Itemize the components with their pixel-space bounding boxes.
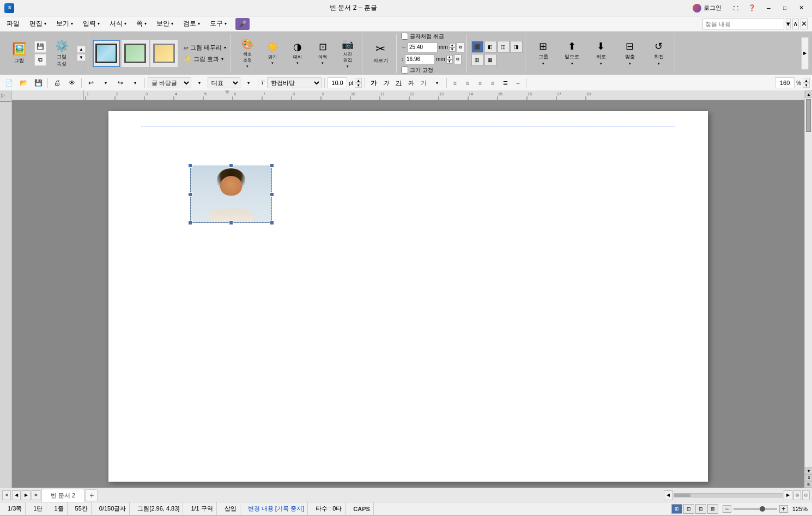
bold-button[interactable]: 가 bbox=[368, 78, 379, 88]
handle-bottom-right[interactable] bbox=[270, 221, 274, 225]
height-up-button[interactable]: ▲ bbox=[446, 55, 453, 59]
copy-small-button[interactable]: ⧉ bbox=[34, 54, 46, 66]
zoom-slider[interactable] bbox=[734, 508, 777, 510]
image-button[interactable]: 🖼️ 그림 bbox=[5, 37, 33, 70]
style-select[interactable]: 대표 bbox=[208, 77, 240, 88]
tab-resize-button-2[interactable]: ⊟ bbox=[802, 490, 810, 500]
handle-bottom-left[interactable] bbox=[188, 221, 192, 225]
menu-page[interactable]: 쪽 ▾ bbox=[132, 17, 151, 30]
search-expand-button[interactable]: ▾ bbox=[786, 19, 791, 29]
image-style-2[interactable] bbox=[122, 40, 149, 67]
text-color-button[interactable]: 가 bbox=[418, 78, 429, 88]
align-button[interactable]: ⊟ 맞춤 ▾ bbox=[616, 37, 644, 70]
window-close-button[interactable]: ✕ bbox=[795, 3, 808, 13]
search-down-button[interactable]: ✕ bbox=[801, 19, 808, 29]
redo-arrow[interactable]: ▾ bbox=[129, 77, 142, 89]
menu-format[interactable]: 서식 ▾ bbox=[105, 17, 131, 30]
back-button[interactable]: ⬇ 뒤로 ▾ bbox=[587, 37, 615, 70]
width-down-button[interactable]: ▼ bbox=[449, 47, 456, 52]
tab-nav-last-button[interactable]: ⊳ bbox=[32, 490, 40, 500]
open-button[interactable]: 📂 bbox=[17, 77, 30, 89]
search-input[interactable] bbox=[702, 19, 784, 29]
mic-button[interactable]: 🎤 bbox=[235, 18, 250, 30]
window-minimize-button[interactable]: − bbox=[762, 3, 775, 13]
handle-middle-right[interactable] bbox=[270, 192, 274, 197]
status-change[interactable]: 변경 내용 [기록 중지] bbox=[245, 502, 308, 515]
width-up-button[interactable]: ▲ bbox=[449, 43, 456, 47]
window-maximize-button[interactable]: ⛶ bbox=[729, 3, 742, 13]
zoom-slider-thumb[interactable] bbox=[760, 506, 765, 512]
toolbar-more-button[interactable]: ▶ bbox=[801, 37, 809, 70]
preview-button[interactable]: 👁 bbox=[65, 77, 78, 89]
align-justify-button[interactable]: ≡ bbox=[487, 78, 498, 88]
color-adjust-button[interactable]: 🎨 색조 조정 ▾ bbox=[235, 38, 259, 69]
window-maxrestore-button[interactable]: □ bbox=[778, 3, 791, 13]
scroll-thumb-v[interactable] bbox=[806, 99, 811, 132]
font-size-down-button[interactable]: ▼ bbox=[355, 83, 362, 88]
height-input[interactable] bbox=[405, 54, 435, 64]
padding-button[interactable]: ⊡ 여백 ▾ bbox=[311, 38, 335, 69]
handle-top-middle[interactable] bbox=[229, 163, 233, 168]
image-style-1[interactable] bbox=[93, 40, 120, 67]
view-full-button[interactable]: ⊠ bbox=[707, 504, 718, 514]
search-up-button[interactable]: ∧ bbox=[792, 19, 799, 29]
zoom-minus-button[interactable]: − bbox=[723, 505, 731, 513]
font-size-up-button[interactable]: ▲ bbox=[355, 78, 362, 83]
handle-top-left[interactable] bbox=[188, 163, 192, 168]
align-right-button[interactable]: ≡ bbox=[475, 78, 486, 88]
tab-nav-first-button[interactable]: ⊲ bbox=[2, 490, 11, 500]
scroll-up-button[interactable]: ▲ bbox=[805, 90, 812, 98]
handle-top-right[interactable] bbox=[270, 163, 274, 168]
align-left-button[interactable]: ≡ bbox=[450, 78, 460, 88]
image-style-3[interactable] bbox=[150, 40, 178, 67]
menu-edit[interactable]: 편집 ▾ bbox=[25, 17, 51, 30]
save-small-button[interactable]: 💾 bbox=[34, 41, 46, 53]
menu-input[interactable]: 입력 ▾ bbox=[78, 17, 104, 30]
tab-nav-prev-button[interactable]: ◀ bbox=[12, 490, 21, 500]
style-arrow[interactable]: ▾ bbox=[242, 77, 255, 89]
undo-button[interactable]: ↩ bbox=[84, 77, 98, 89]
menu-security[interactable]: 보안 ▾ bbox=[152, 17, 178, 30]
align-center-button[interactable]: ≡ bbox=[462, 78, 473, 88]
cut-button[interactable]: ✂ 자르기 bbox=[367, 37, 394, 70]
tab-doc1[interactable]: 빈 문서 2 bbox=[41, 489, 84, 502]
layout-btn-6[interactable]: ▦ bbox=[484, 54, 496, 66]
font-size-input[interactable] bbox=[328, 77, 347, 88]
scroll-page-down-button[interactable]: ⊵ bbox=[805, 481, 812, 488]
scroll-track-v[interactable] bbox=[805, 98, 812, 467]
handle-middle-left[interactable] bbox=[188, 192, 192, 197]
brightness-button[interactable]: ☀️ 밝기 ▾ bbox=[260, 38, 284, 69]
width-extra-btn[interactable]: ⧉ bbox=[457, 43, 464, 52]
bullet-button[interactable]: ☰ bbox=[500, 78, 511, 88]
add-tab-button[interactable]: + bbox=[86, 489, 98, 501]
contrast-button[interactable]: ◑ 대비 ▾ bbox=[286, 38, 310, 69]
width-input[interactable] bbox=[408, 43, 438, 52]
tab-resize-button[interactable]: ⊞ bbox=[793, 490, 801, 500]
font-name-select[interactable]: 한컴바탕 bbox=[267, 77, 322, 88]
menu-review[interactable]: 검토 ▾ bbox=[179, 17, 204, 30]
indent-button[interactable]: → bbox=[512, 78, 523, 88]
strikethrough-button[interactable]: 가 bbox=[405, 78, 416, 88]
zoom-input[interactable] bbox=[775, 77, 795, 88]
vertical-scrollbar[interactable]: ▲ ▼ ⊼ ⊵ bbox=[804, 90, 812, 488]
layout-btn-1[interactable]: ⬛ bbox=[471, 41, 483, 53]
front-button[interactable]: ⬆ 앞으로 ▾ bbox=[559, 37, 586, 70]
tab-right-scroll[interactable] bbox=[674, 493, 783, 497]
italic-button[interactable]: 가 bbox=[380, 78, 391, 88]
menu-tools[interactable]: 도구 ▾ bbox=[205, 17, 231, 30]
menu-file[interactable]: 파일 bbox=[2, 17, 24, 30]
view-normal-button[interactable]: ⊞ bbox=[671, 504, 682, 514]
effect-button[interactable]: ✨ 그림 효과 ▾ bbox=[181, 54, 228, 64]
new-button[interactable]: 📄 bbox=[2, 77, 15, 89]
zoom-up-button[interactable]: ▲ bbox=[803, 78, 810, 83]
height-down-button[interactable]: ▼ bbox=[446, 59, 453, 64]
handle-bottom-middle[interactable] bbox=[229, 221, 233, 225]
height-extra-btn[interactable]: ⧉ bbox=[454, 54, 462, 64]
print-button[interactable]: 🖨 bbox=[51, 77, 64, 89]
tab-nav-next-button[interactable]: ▶ bbox=[22, 490, 31, 500]
layout-btn-3[interactable]: ◫ bbox=[498, 41, 510, 53]
tab-right-btn-1[interactable]: ◀ bbox=[664, 490, 672, 500]
zoom-down-button[interactable]: ▼ bbox=[803, 83, 810, 88]
layout-btn-2[interactable]: ◧ bbox=[484, 41, 496, 53]
selected-image-container[interactable] bbox=[190, 166, 272, 223]
